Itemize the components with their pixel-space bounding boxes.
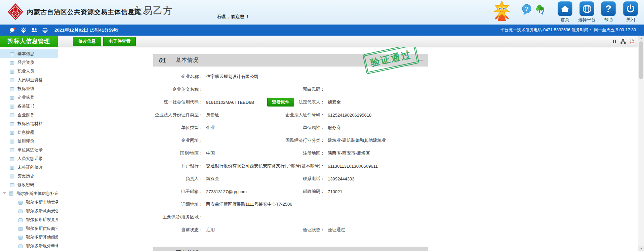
sidebar-item-label: 修改密码: [17, 182, 34, 188]
sidebar-item[interactable]: 变更历史: [0, 172, 58, 180]
sidebar-item[interactable]: 投标业绩: [0, 84, 58, 93]
field-label: 电子邮箱：: [153, 189, 203, 195]
sidebar-item[interactable]: 鄂尔多斯供应商业务类型: [0, 224, 58, 233]
home-icon[interactable]: [558, 1, 572, 16]
field-cell: 企业法人证件号码：612524198206295618: [278, 112, 428, 118]
sidebar-item-label: 鄂尔多斯矿权竞买人: [26, 217, 58, 223]
field-value: 13992444333: [328, 176, 355, 181]
font-h-icon[interactable]: H: [612, 39, 616, 44]
sidebar-item-label: 未验证的修改: [17, 165, 43, 170]
scroll-up-arrow[interactable]: ▲: [638, 36, 644, 41]
users-icon[interactable]: [31, 28, 37, 33]
nav-close[interactable]: 关闭: [621, 1, 640, 23]
question-bubble-icon[interactable]: ?: [522, 4, 532, 17]
sidebar-item[interactable]: 鄂尔多斯矿权竞买人: [0, 215, 58, 224]
sidebar-item[interactable]: 鄂尔多斯其他组织: [0, 233, 58, 242]
sidebar-item[interactable]: 人员职业资格: [0, 76, 58, 84]
message-icon[interactable]: [9, 28, 16, 33]
tree-collapse-icon[interactable]: [3, 192, 6, 195]
clipboard-icon: [18, 226, 23, 231]
sidebar-item[interactable]: 鄂尔多斯土地竞买人: [0, 198, 58, 207]
clipboard-icon: [8, 191, 13, 196]
nav-help[interactable]: ? 帮助: [599, 1, 618, 23]
clipboard-icon: [10, 148, 14, 152]
section-business-license-header: 02 营业执照: [153, 247, 428, 251]
sidebar-item[interactable]: 各类证书: [0, 102, 58, 111]
field-value: 信宇腾远规划设计有限公司: [206, 74, 258, 80]
sidebar-item[interactable]: 鄂尔多斯主体信息补充: [0, 189, 58, 198]
field-cell: 电子邮箱：272813127@qq.com: [153, 189, 278, 195]
field-cell: 邮政编码：710021: [278, 189, 428, 195]
nav-help-label: 帮助: [604, 17, 613, 23]
view-original-button[interactable]: 查看原件: [267, 98, 294, 107]
power-icon[interactable]: [623, 1, 638, 16]
eco-tree-icon[interactable]: [535, 4, 547, 17]
clipboard-icon: [10, 130, 14, 135]
field-row: 企业英文名称：邓白氏码：: [153, 83, 428, 96]
field-row: 电子邮箱：272813127@qq.com邮政编码：710021: [153, 185, 428, 198]
section-title: 营业执照: [176, 249, 199, 251]
field-cell: 企业名称：信宇腾远规划设计有限公司: [153, 74, 428, 80]
nav-home[interactable]: 首页: [555, 1, 575, 23]
datetime-text: 2021年12月02日 15时41分59秒: [54, 25, 118, 36]
sidebar-item-label: 企业财务: [17, 112, 34, 118]
sidebar-item-label: 信用评价: [17, 138, 34, 144]
sidebar-item[interactable]: 鄂尔多斯境外申请人: [0, 242, 58, 250]
clipboard-icon: [18, 200, 23, 205]
vertical-scrollbar[interactable]: ▲ ▼: [638, 36, 644, 251]
sidebar-item[interactable]: 经营资质: [0, 58, 58, 67]
field-label: 单位类型：: [153, 125, 203, 131]
nav-home-label: 首页: [561, 17, 569, 23]
sidebar-item[interactable]: 鄂尔多斯意向受让方: [0, 207, 58, 215]
sidebar-item-label: 单位奖惩记录: [17, 147, 43, 153]
sidebar-item[interactable]: 未验证的修改: [0, 163, 58, 172]
sidebar-item[interactable]: 职业人员: [0, 67, 58, 76]
field-value: 西安曲江新区雁展路1111号莱安中心T7-2506: [206, 201, 292, 207]
scroll-thumb[interactable]: [639, 41, 643, 79]
sidebar-item[interactable]: 修改密码: [0, 180, 58, 189]
sidebar-item-label: 鄂尔多斯主体信息补充: [16, 191, 58, 197]
field-row: 企业网址：国民经济行业分类：建筑业-建筑装饰和其他建筑业: [153, 134, 428, 147]
scroll-down-arrow[interactable]: ▼: [638, 246, 644, 251]
app-window: 内蒙古自治区公共资源交易主体信息库 交易乙方 石瑛 ，欢迎您 ！ ?: [0, 0, 644, 251]
modify-info-button[interactable]: 修改信息: [73, 37, 101, 46]
field-cell: 单位属性：服务商: [278, 125, 428, 131]
field-value: 612524198206295618: [328, 113, 371, 118]
e-file-view-button[interactable]: 电子件查看: [103, 37, 136, 46]
sidebar-item-label: 变更历史: [17, 173, 34, 179]
pdf-icon[interactable]: PDF: [630, 39, 634, 44]
field-row: 统一社会信用代码：91610102MA6TTEED6B查看原件法定代表人：魏双全: [153, 96, 428, 109]
field-cell: 联系电话：13992444333: [278, 176, 428, 182]
sidebar-item[interactable]: 单位奖惩记录: [0, 145, 58, 154]
field-label: 详细地址：: [153, 201, 203, 207]
nav-select-platform[interactable]: 选择平台: [577, 1, 597, 23]
field-value: 611301131013000509611: [328, 164, 378, 169]
globe-icon[interactable]: [579, 1, 594, 16]
field-row: 企业法人身份证件类型：身份证企业法人证件号码：61252419820629561…: [153, 109, 428, 121]
sidebar-item-label: 鄂尔多斯意向受让方: [26, 208, 58, 214]
field-value: 中国: [206, 150, 215, 156]
sitemap-icon[interactable]: [620, 39, 626, 44]
field-cell: 企业网址：: [153, 137, 278, 143]
status-bar: 2021年12月02日 15时41分59秒 平台统一技术服务电话:0471-53…: [0, 25, 644, 36]
star-mascot-icon: [493, 1, 511, 23]
sidebar-item[interactable]: 企业财务: [0, 111, 58, 119]
question-icon[interactable]: ?: [601, 1, 616, 16]
sidebar-item[interactable]: 人员奖惩记录: [0, 154, 58, 163]
clipboard-icon: [10, 122, 14, 126]
field-label: 企业英文名称：: [153, 86, 203, 92]
sidebar-item-label: 投标所需材料: [17, 121, 43, 127]
sidebar-item[interactable]: 企业获奖: [0, 93, 58, 102]
sidebar-item-label: 鄂尔多斯境外申请人: [26, 243, 58, 249]
sidebar-item-label: 职业人员: [17, 69, 34, 74]
globe-icon[interactable]: [42, 28, 48, 33]
sidebar-item[interactable]: 信息披露: [0, 128, 58, 137]
sidebar-item[interactable]: 投标所需材料: [0, 119, 58, 128]
sidebar-item[interactable]: 信用评价: [0, 137, 58, 145]
app-subtitle: 交易乙方: [133, 4, 173, 17]
sidebar-item[interactable]: 基本信息: [0, 49, 58, 58]
gear-icon[interactable]: [21, 28, 26, 33]
clipboard-icon: [10, 87, 14, 91]
section-number: 01: [159, 57, 166, 64]
app-title: 内蒙古自治区公共资源交易主体信息库: [27, 8, 141, 16]
